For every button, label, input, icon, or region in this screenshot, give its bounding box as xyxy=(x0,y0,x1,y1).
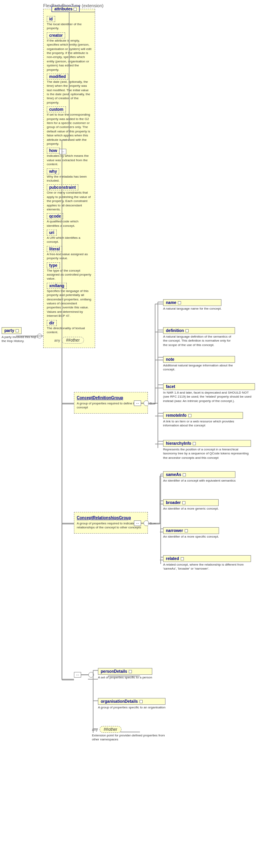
organisation-details-desc: A group of properties specific to an org… xyxy=(98,706,165,710)
broader-icon xyxy=(182,501,185,504)
attr-dir-box: dir xyxy=(47,320,57,326)
person-details-section: personDetails A set of properties specif… xyxy=(98,668,152,680)
attr-any-other-box: ##other xyxy=(62,337,84,344)
narrower-box: narrower xyxy=(163,527,219,534)
any-other-bottom-desc: Extension point for provider-defined pro… xyxy=(92,734,172,742)
concept-definition-group-label: ConceptDefinitionGroup xyxy=(77,396,123,400)
hierarchyinfo-desc: Represents the position of a concept in … xyxy=(163,448,251,460)
organisation-details-icon xyxy=(139,700,143,703)
attr-pubconstraint-row: pubconstraint xyxy=(47,184,92,190)
attr-creator-box: creator xyxy=(47,32,65,38)
bottom-connector-box: ··· xyxy=(74,672,81,678)
attr-how-desc: Indicates by which means the value was e… xyxy=(47,154,92,166)
party-icon xyxy=(16,329,19,332)
attr-literal-desc: A free-text value assigned as property v… xyxy=(47,252,92,261)
main-connector-box: ··· xyxy=(59,149,66,154)
narrower-desc: An identifier of a more specific concept… xyxy=(163,535,219,539)
narrower-section: narrower An identifier of a more specifi… xyxy=(163,527,219,539)
definition-icon xyxy=(185,329,189,332)
attr-xmllang-desc: Specifies the language of this property … xyxy=(47,289,92,318)
attr-id-row: id xyxy=(47,16,92,22)
name-icon xyxy=(178,301,181,304)
sameas-box: sameAs xyxy=(163,471,235,478)
concept-relationships-group-label: ConceptRelationshipsGroup xyxy=(77,516,131,520)
attr-type-box: type xyxy=(47,262,60,268)
party-section: party A party involved this hop of the H… xyxy=(2,327,42,344)
concept-relationships-group-connectors: ··· 0..∞ xyxy=(134,520,156,526)
related-section: related A related concept, where the rel… xyxy=(163,555,251,571)
remoteinfo-icon xyxy=(188,414,191,417)
attr-custom-box: custom xyxy=(47,106,66,112)
hierarchyinfo-section: hierarchyInfo Represents the position of… xyxy=(163,440,251,460)
note-section: note Additional natural language informa… xyxy=(163,356,235,372)
related-icon xyxy=(181,557,184,560)
attributes-container: attributes id The local identifier of th… xyxy=(43,9,95,348)
attr-type-desc: The type of the concept assigned as cont… xyxy=(47,269,92,281)
attr-how-row: how xyxy=(47,148,92,154)
facet-desc: In NAR 1.8 and later, facet is deprecate… xyxy=(163,391,255,403)
concept-relationships-group-label-row: ConceptRelationshipsGroup xyxy=(77,516,145,520)
remoteinfo-box: remoteInfo xyxy=(163,412,243,419)
name-section: name A natural language name for the con… xyxy=(163,299,221,311)
person-details-box: personDetails xyxy=(98,668,152,675)
attr-xmllang-box: xmllang xyxy=(47,283,67,289)
definition-section: definition A natural language definition… xyxy=(163,327,235,347)
person-details-desc: A set of properties specific to a person xyxy=(98,676,152,680)
person-details-icon xyxy=(129,670,132,673)
attr-modified-box: modified xyxy=(47,74,68,80)
attr-how-box: how xyxy=(47,148,60,154)
attributes-label: attributes xyxy=(52,6,80,12)
attr-literal-row: literal xyxy=(47,246,92,252)
attr-custom-desc: If set to true the corresponding propert… xyxy=(47,113,92,146)
attr-id-box: id xyxy=(47,16,55,22)
narrower-icon xyxy=(185,529,188,532)
facet-section: facet In NAR 1.8 and later, facet is dep… xyxy=(163,383,255,403)
attr-dir-row: dir xyxy=(47,320,92,326)
attr-uri-desc: A URI which identifies a concept. xyxy=(47,236,92,244)
facet-box: facet xyxy=(163,383,255,390)
note-desc: Additional natural language information … xyxy=(163,364,235,372)
organisation-details-section: organisationDetails A group of propertie… xyxy=(98,698,165,710)
attr-xmllang-row: xmllang xyxy=(47,283,92,289)
related-box: related xyxy=(163,555,251,562)
attr-pubconstraint-box: pubconstraint xyxy=(47,184,78,190)
hierarchyinfo-icon xyxy=(193,442,196,445)
attributes-icon xyxy=(74,8,77,11)
attr-creator-row: creator xyxy=(47,32,92,38)
attr-pubconstraint-desc: One or many constraints that apply to pu… xyxy=(47,191,92,212)
attr-uri-box: uri xyxy=(47,230,57,236)
broader-box: broader xyxy=(163,499,219,506)
attr-qcode-row: qcode xyxy=(47,213,92,219)
attr-modified-row: modified xyxy=(47,74,92,80)
broader-desc: An identifier of a more generic concept. xyxy=(163,507,219,511)
organisation-details-box: organisationDetails xyxy=(98,698,165,705)
attr-uri-row: uri xyxy=(47,230,92,236)
sameas-section: sameAs An identifier of a concept with e… xyxy=(163,471,235,483)
name-desc: A natural language name for the concept. xyxy=(163,307,221,311)
bottom-connector-group: ··· xyxy=(74,672,94,678)
definition-desc: A natural language definition of the sem… xyxy=(163,335,235,347)
party-connector-circle xyxy=(37,334,42,338)
hierarchyinfo-box: hierarchyInfo xyxy=(163,440,251,447)
party-desc: A party involved this hop of the Hop His… xyxy=(2,335,42,344)
definition-box: definition xyxy=(163,327,235,334)
name-box: name xyxy=(163,299,221,306)
attr-type-row: type xyxy=(47,262,92,268)
attr-custom-row: custom xyxy=(47,106,92,112)
attr-any-other-row: any ##other xyxy=(44,337,95,344)
attr-why-box: why xyxy=(47,168,59,174)
attr-why-desc: Why the metadata has been included. xyxy=(47,175,92,183)
attr-id-desc: The local identifier of the property. xyxy=(47,22,92,31)
note-box: note xyxy=(163,356,235,363)
any-other-bottom-section: any ##other Extension point for provider… xyxy=(92,726,172,742)
party-box: party xyxy=(2,327,22,334)
diagram-container: FlexPartyPropType (extension) xyxy=(0,0,275,868)
attr-modified-desc: The date (and, optionally, the time) whe… xyxy=(47,80,92,105)
bottom-connector-circle xyxy=(88,672,94,678)
remoteinfo-section: remoteInfo A link to an item or a web re… xyxy=(163,412,243,428)
broader-section: broader An identifier of a more generic … xyxy=(163,499,219,511)
attr-creator-desc: If the attribute is empty, specifies whi… xyxy=(47,39,92,72)
attr-qcode-desc: A qualified code which identifies a conc… xyxy=(47,220,92,228)
remoteinfo-desc: A link to an item or a web resource whic… xyxy=(163,420,243,428)
attr-why-row: why xyxy=(47,168,92,174)
